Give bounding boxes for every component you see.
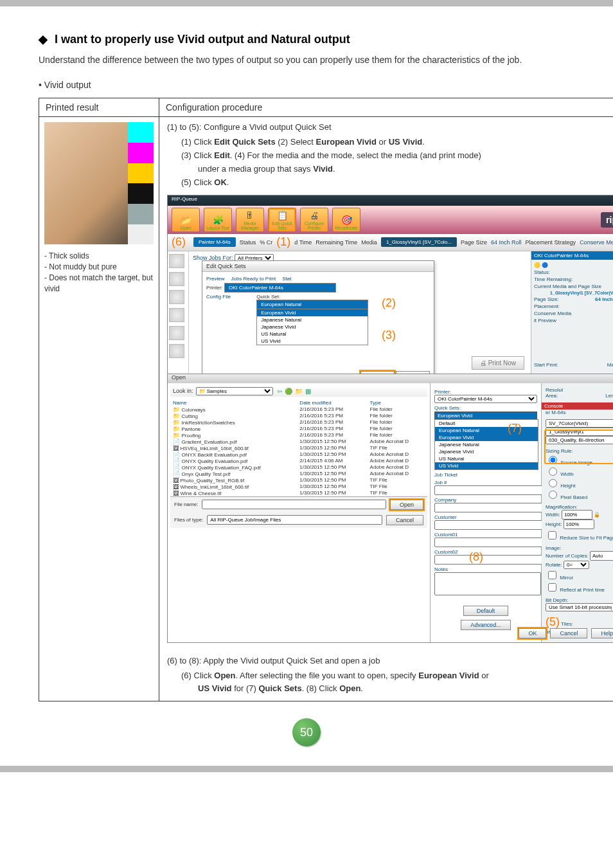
sizing-width[interactable]: Width <box>546 471 574 477</box>
customer-input[interactable] <box>434 520 542 530</box>
rip-logo: rip <box>601 212 613 228</box>
step-3-4: (3) Click Edit. (4) For the media and th… <box>181 149 613 163</box>
file-row[interactable]: ONYX Quality Evaluation.pdf2/14/2015 4:0… <box>170 458 427 464</box>
printed-result-cell: - Thick solids - Not muddy but pure - Do… <box>39 117 159 701</box>
file-row[interactable]: Wheels_InkLimit_16bit_600.tif1/30/2015 1… <box>170 484 427 490</box>
mag-height[interactable] <box>564 520 594 529</box>
page-number-badge: 50 <box>292 718 321 746</box>
edit-quicksets-dialog: Edit Quick Sets Preview Jobs Ready to Pr… <box>202 260 434 386</box>
page-top-bar <box>0 0 613 6</box>
mirror-check[interactable]: Mirror <box>546 575 573 581</box>
open-mid-pane: Printer: OKI ColorPainter M-64s Quick Se… <box>431 383 542 642</box>
file-row[interactable]: Cutting2/16/2016 5:23 PMFile folder <box>170 413 427 419</box>
step-1-2: (1) Click Edit Quick Sets (2) Select Eur… <box>181 136 613 149</box>
open-button[interactable]: 📂Open <box>172 208 200 232</box>
default-button[interactable]: Default <box>463 606 509 616</box>
open-quickset-list[interactable]: Default European Natural European Vivid … <box>434 419 538 470</box>
step-6: (6) Click Open. After selecting the file… <box>181 669 613 683</box>
section-heading: ◆ I want to properly use Vivid output an… <box>39 32 574 46</box>
steps-intro-2: (6) to (8): Apply the Vivid output Quick… <box>167 656 613 665</box>
notes-input[interactable] <box>434 572 541 595</box>
open-printer-select[interactable]: OKI ColorPainter M-64s <box>434 395 537 403</box>
open-window-title: Open <box>168 374 613 383</box>
app-screenshot-1: RIP-Queue 📂Open 🧩Layout Tool 🎚Media Mana… <box>167 195 613 374</box>
thumb-5[interactable] <box>169 326 184 340</box>
thumb-1[interactable] <box>169 254 184 268</box>
sample-photo <box>44 122 154 244</box>
rotate-select[interactable]: 0= <box>564 561 589 569</box>
file-row[interactable]: Onyx Quality Test.pdf1/30/2015 12:50 PMA… <box>170 471 427 477</box>
cancel-file-button[interactable]: Cancel <box>386 515 423 525</box>
print-now-button[interactable]: 🖨 Print Now <box>472 356 524 370</box>
thumb-6[interactable] <box>169 344 184 358</box>
edit-quick-sets-button[interactable]: 📋Edit Quick Sets <box>268 208 296 232</box>
configure-printer-button[interactable]: 🖨Configure Printer <box>300 208 328 232</box>
nav-icons[interactable]: ⇦🟢📁▦ <box>276 388 312 395</box>
quickset-dropdown[interactable]: European Vivid Japanese Natural Japanese… <box>256 309 368 345</box>
file-row[interactable]: Wine & Cheese.tif1/30/2015 12:50 PMTIF F… <box>170 490 427 496</box>
file-row[interactable]: ONYX Backlit Evaluation.pdf1/30/2015 12:… <box>170 451 427 458</box>
dialog-title: Edit Quick Sets <box>202 261 434 272</box>
job-columns-bar: (6) Painter M-64s Status % Cr (1) d Time… <box>168 234 613 251</box>
thumb-3[interactable] <box>169 290 184 304</box>
help-button[interactable]: Help <box>591 628 613 638</box>
open-right-pane: Resolut Full: Area: Length: Console er M… <box>542 383 613 642</box>
jobno-input[interactable] <box>434 485 542 495</box>
file-row[interactable]: Proofing2/16/2016 5:23 PMFile folder <box>170 432 427 439</box>
thumb-4[interactable] <box>169 308 184 322</box>
sizing-pixel[interactable]: Pixel Based <box>546 494 587 500</box>
file-row[interactable]: Colorways2/16/2016 5:23 PMFile folder <box>170 406 427 413</box>
custom1-input[interactable] <box>434 538 542 547</box>
lookin-select[interactable]: 📁 Samples <box>196 387 273 395</box>
open-file-button[interactable]: Open <box>390 500 423 510</box>
config-table: Printed result Configuration procedure -… <box>39 98 613 701</box>
recalibrate-button[interactable]: 🎯Recalibrate <box>332 208 360 232</box>
bitdepth-select[interactable]: Use Smart 16-bit processing <box>546 603 613 611</box>
steps-intro-1: (1) to (5): Configure a Vivid output Qui… <box>167 122 613 132</box>
file-row[interactable]: Gradient_Evaluation.pdf1/30/2015 12:50 P… <box>170 439 427 445</box>
file-row[interactable]: ONYX Quality Evaluation_FAQ.pdf1/30/2015… <box>170 464 427 471</box>
page-bottom-bar <box>0 766 613 772</box>
file-row[interactable]: InkRestrictionSwatches2/16/2016 5:23 PMF… <box>170 419 427 426</box>
printer-cell[interactable]: Painter M-64s <box>193 237 236 247</box>
media-select[interactable]: 1_GlossyVinyl1 <box>546 428 613 436</box>
left-bullet-2: - Not muddy but pure <box>44 262 154 273</box>
ok-button[interactable]: OK <box>519 628 546 638</box>
custom2-input[interactable] <box>434 555 542 565</box>
app-screenshot-2: Open Look in: 📁 Samples ⇦🟢📁▦ <box>167 374 613 643</box>
thumb-2[interactable] <box>169 272 184 286</box>
advanced-button[interactable]: Advanced... <box>461 620 511 630</box>
company-input[interactable] <box>434 503 542 512</box>
intro-text: Understand the difference between the tw… <box>39 53 574 67</box>
quickset-select[interactable]: European Natural <box>256 300 368 309</box>
copies-input[interactable] <box>590 551 613 561</box>
cancel-button[interactable]: Cancel <box>550 628 587 638</box>
sizing-height[interactable]: Height <box>546 483 575 489</box>
file-name-input[interactable] <box>202 500 386 509</box>
mediagroup-select[interactable]: SV_7Color(Vivid) <box>546 419 613 428</box>
left-bullet-3: - Does not match the target, but vivid <box>44 273 154 294</box>
mag-width[interactable] <box>562 510 592 520</box>
file-table: Name Date modified Type Colorways2/16/20… <box>170 399 427 496</box>
file-row[interactable]: Photo_Quality_Test_RGB.tif1/30/2015 12:5… <box>170 477 427 484</box>
fit-check[interactable]: Reduce Size to Fit Page <box>546 535 613 541</box>
layout-tool-button[interactable]: 🧩Layout Tool <box>204 208 232 232</box>
heading-text: I want to properly use Vivid output and … <box>55 33 350 46</box>
file-browser-pane: Look in: 📁 Samples ⇦🟢📁▦ Name Date modifi… <box>168 383 431 642</box>
file-row[interactable]: HSVEq_InkLimit_16bit_600.tif1/30/2015 12… <box>170 445 427 451</box>
file-type-select[interactable] <box>207 515 382 525</box>
reflect-check[interactable]: Reflect at Print time <box>546 587 605 593</box>
status-panel: OKI ColorPainter M-64s 🟡 🔵 ✔ Status:Idle… <box>531 251 613 374</box>
file-row[interactable]: Pantone2/16/2016 5:23 PMFile folder <box>170 426 427 432</box>
config-procedure-cell: (1) to (5): Configure a Vivid output Qui… <box>159 117 614 701</box>
callout-8: (8) <box>469 550 483 564</box>
color-stripes <box>128 122 154 244</box>
diamond-icon: ◆ <box>39 32 48 46</box>
mode-select[interactable]: 030_Quality, Bi-direction <box>546 436 613 444</box>
step-5: (5) Click OK. <box>181 176 613 190</box>
media-manager-button[interactable]: 🎚Media Manager <box>236 208 264 232</box>
sizing-source[interactable]: Source Image <box>546 460 592 466</box>
dialog-printer-select[interactable]: OKI ColorPainter M-64s <box>224 283 336 293</box>
callout-6: (6) <box>172 235 186 249</box>
callout-3: (3) <box>382 329 396 342</box>
